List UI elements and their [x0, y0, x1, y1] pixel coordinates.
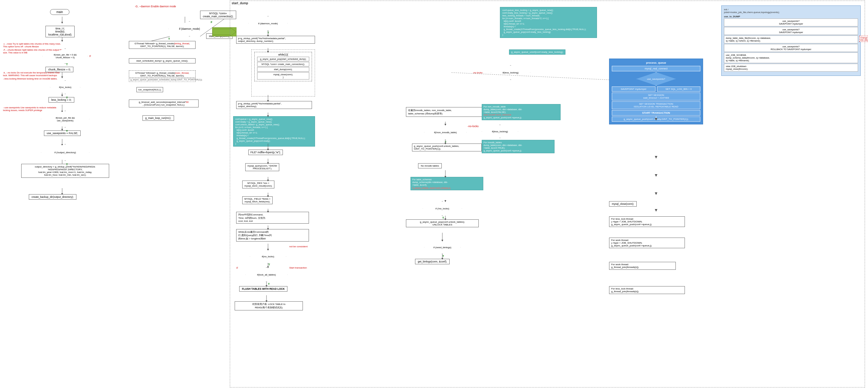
box-lock-table-read: 对所有用户表: LOCK TABLE tnREAD(每个表加锁试试次) — [235, 301, 303, 310]
box-less-locking: less_locking = 0; — [49, 97, 74, 103]
label-noconsistent: not be consistent — [289, 245, 307, 248]
label-T-savepoints: T — [66, 130, 68, 133]
annotation-no-locks: -k, --no-locks Do not execute the tempor… — [3, 71, 62, 77]
label-T-locktables: T — [268, 282, 270, 285]
box-show-processlist: mysql_query(conn, "SHOWPROCESSLIST") — [245, 163, 279, 171]
box-mysql-close-right: mysql_close(conn); — [609, 201, 637, 206]
section-use-tx-dump: use_tx_DUMP use_savepoints?SAVEPOINT myd… — [724, 15, 858, 72]
diamond-rows-savepoints: if(rows_per_file &&use_savepoints) — [41, 111, 89, 128]
diamond-need-binlogs: if (need_binlogs) — [424, 241, 461, 254]
label-start-transaction: Start transaction — [289, 267, 307, 269]
box-less-locking-conf: conf.queue_less_locking = g_async_queue_… — [500, 7, 597, 38]
box-view-job-shutdown: view JOB_shutdown mysql_close(thrconn); — [724, 64, 858, 72]
box-mysql-real-connect: mysql_real_connect — [612, 66, 700, 71]
diamond-less-locking2: if(less_locking) — [491, 65, 530, 80]
box-savepoint-mydumper: SAVEPOINT mydumper — [612, 86, 655, 92]
box-g-async-unref: g_async_queue_unref(conf.ready_less_lock… — [509, 50, 565, 55]
label-F-daemon: F — [211, 21, 213, 24]
label-no-locks-annot: -no-locks — [473, 71, 483, 74]
annotation-daemon: -D, --daemon Enable daemon mode — [135, 5, 176, 8]
box-async-push: g_async_queue_push(start_scheduled_dump,… — [129, 77, 195, 82]
box-for-non-innodb: For non_innodb_table dump_table(conn, db… — [482, 104, 561, 120]
label-T-outputdir: T — [66, 163, 68, 166]
box-output-dir-set: output_directory = g_strdup_printf("%s%0… — [21, 164, 109, 178]
box-no-innodb: No innodb tables — [418, 163, 442, 168]
label-T-no-locks3: T — [442, 216, 444, 219]
box-g-timeout: g_timeout_add_seconds(snapshot_interval*… — [129, 100, 198, 107]
diamond-daemon-mode2: if (daemon_mode) — [248, 16, 288, 31]
diamond-use-savepoints: use_savepoints? — [637, 72, 676, 86]
label-T-binlogs: T — [442, 255, 444, 258]
box-time-vars: time_t t;time(&t);localtime_r(&t,&tval); — [45, 26, 74, 37]
box-panel-savepoints1: use_savepoints?SAVEPOINT mydumper — [724, 19, 858, 26]
diamond-less-locking3: if(less_locking) — [482, 125, 518, 138]
label-T-non-innodb: T — [445, 140, 446, 143]
box-mysql-fields: MYSQL_FIELD *fields =mysql_fetch_fields(… — [242, 196, 273, 204]
diamond-output-dir: if (!output_directory) — [41, 144, 89, 161]
box-set-session-tx: SET SESSION TRANSACTIONISOLATION LEVEL R… — [612, 101, 700, 109]
box-main: main — [50, 9, 69, 15]
box-start-scheduled: start_scheduled_dump= g_async_queue_new(… — [129, 58, 195, 63]
box-for-table-schemas: For table_schemas dump_schema(dbt->datab… — [410, 177, 483, 190]
box-while-command: While从res遍历Command的行,遇到Query的行, 判断Time列的… — [236, 229, 309, 242]
box-set-sql-log-bin: SET SQL_LOG_BIN = 0 — [657, 86, 701, 92]
label-F-rows: F — [89, 55, 91, 58]
diamond-lock-all: if(lock_all_tables) — [245, 267, 288, 282]
label-T-daemon2: T — [268, 31, 269, 34]
box-gthread-binlog: GThread *bthread= g_thread_create(binlog… — [129, 41, 195, 49]
box-use-savepoints-false: use_savepoints = FALSE; — [44, 131, 81, 136]
box-dump-table-data-file: dump_table_data_file(thrconn, sj->databa… — [724, 35, 858, 44]
box-flush-tables: FLUSH TABLES WITH READ LOCK — [239, 286, 287, 291]
diamond-non-innodb: if(!non_innodb_table) — [424, 125, 467, 140]
box-set-session-timeout: SET SESSIONwait_timeout = 2147483 — [612, 92, 700, 101]
box-for-work-thread-shutdown: For work thread: j->type = JOB_SHUTDOWN;… — [609, 238, 685, 248]
diagram-container: -r, --rows Try to split tables into chun… — [0, 0, 868, 389]
diamond-no-locks2: if(no_locks) — [250, 250, 286, 263]
label-no-locks2-T: T — [268, 263, 270, 266]
panel-init-label: init / jobid=mutex_job_file,chern,queue,… — [724, 8, 858, 13]
right-section: start_dump if (daemon_mode) T p=g_strdup… — [230, 1, 865, 388]
box-for-work-thread-join: For work thread: g_thread_join(threads[n… — [609, 262, 676, 270]
box-panel-savepoints2: use_savepoints?SAVEPOINT mydumper — [724, 27, 858, 35]
box-mdflie: FILE* mdflie=fopen(p,"w"); — [248, 149, 283, 155]
box-g-async-push-ready: g_async_queue_push(conf->ready,GINT_TO_P… — [612, 116, 700, 122]
box-while-loop: while(1){ g_async_queue_pop(start_schedu… — [254, 52, 312, 81]
annotation-less-locking: --less-locking Minimize locking time on … — [3, 77, 62, 80]
process-queue-panel: process_queue mysql_real_connect use_sav… — [609, 59, 703, 124]
box-for-innodb: For innodb_tables dump_table(conn, dbt->… — [482, 140, 555, 153]
box-for-less-lock-thread: For less_lock thread: j->type = JOB_SHUT… — [609, 216, 685, 227]
box-foreach-innodb: 在遍历innodb_tables, non_innodb_table,table… — [406, 107, 485, 117]
box-g-main-loop: g_main_loop_run(m1); — [143, 115, 174, 121]
right-blue-panel: init / jobid=mutex_job_file,chern,queue,… — [721, 5, 861, 76]
box-for-less-lock-join: For less_lock thread: g_thread_join(thre… — [609, 286, 685, 294]
box-push-unlock-tables: g_async_queue_push(conf.unlock_tables,GI… — [412, 143, 482, 151]
label-T-nolocks: T — [66, 96, 68, 99]
label-T-rows: T — [66, 63, 68, 66]
start-dump-label: start_dump — [231, 1, 248, 5]
diamond-no-locks3: if (!no_locks) — [423, 201, 462, 216]
diamond-daemon-mode: if (daemon_mode) — [168, 21, 211, 36]
diamond-no-locks: if(no_locks) — [50, 80, 80, 94]
box-rollback-savepoint: use_savepoints?ROLLBACK TO SAVEPOINT myd… — [724, 44, 858, 52]
box-mysql-res: MYSQL_RES *res =mysql_store_result(conn)… — [242, 180, 274, 189]
box-use-job-schema: use_JOB_SCHEMA dump_schema_data(thrconn,… — [724, 53, 858, 63]
label-F-non-innodb: -no-locks — [467, 125, 479, 128]
box-p-strdup-daemon: p=g_strdup_printf("%s/%d/metadata.partia… — [236, 36, 315, 44]
box-get-binlogs: get_binlogs(conn, &conf); — [415, 259, 450, 264]
box-create-backup-dir: create_backup_dir(output_directory); — [29, 194, 76, 200]
label-lock-all-F: F — [237, 267, 238, 270]
annotation-rows: -r, --rows Try to split tables into chun… — [3, 43, 61, 48]
diamond-rows-check: if(rows_per_file > 0 &&chunk_filesize > … — [42, 49, 88, 64]
box-start-transaction: START TRANSACTION — [612, 110, 700, 116]
box-while-res: 列res中找到Command,Time, Id列的num, 分别为ccol, t… — [236, 212, 309, 224]
box-p-strdup-nodaemon: p=g_strdup_printf("%s/metadata.partial",… — [236, 101, 312, 109]
box-unlock-tables: g_async_queue_pop(conf.unlock_tables);UN… — [406, 219, 479, 227]
box-run-snapshot: run_snapshot(NULL); — [136, 87, 163, 92]
box-conf-queue: conf.queue = g_async_queue_new(); conf.r… — [233, 116, 315, 146]
label-T-daemon: T — [168, 37, 170, 40]
